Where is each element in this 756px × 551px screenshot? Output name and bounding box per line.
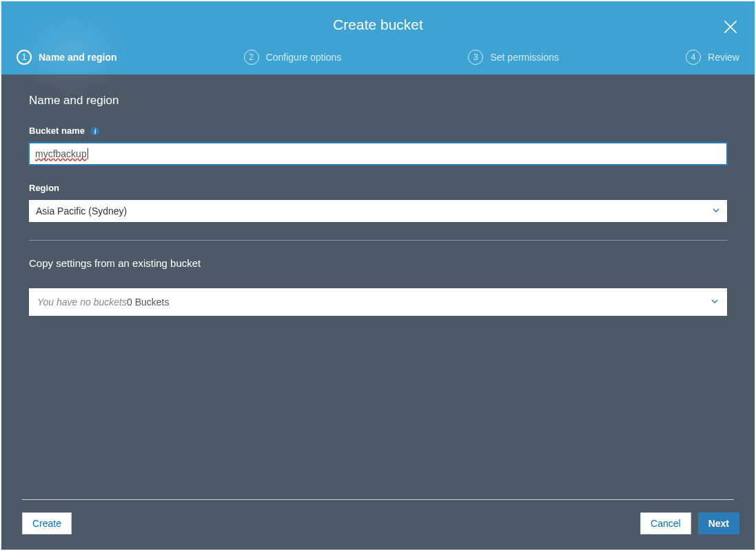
copy-settings-text: You have no buckets0 Buckets	[37, 297, 169, 308]
next-button[interactable]: Next	[698, 512, 739, 534]
region-value: Asia Pacific (Sydney)	[36, 201, 127, 221]
wizard-steps: 1 Name and region 2 Configure options 3 …	[1, 46, 755, 74]
modal-footer: Create Cancel Next	[1, 500, 755, 550]
step-number-icon: 4	[686, 50, 701, 65]
step-label: Configure options	[266, 52, 342, 63]
chevron-down-icon	[711, 297, 719, 308]
copy-settings-placeholder: You have no buckets	[37, 297, 127, 308]
text-cursor	[88, 148, 88, 159]
modal-header: Create bucket 1 Name and region 2	[1, 1, 755, 74]
copy-settings-heading: Copy settings from an existing bucket	[29, 257, 727, 269]
chevron-down-icon	[712, 201, 720, 221]
info-icon[interactable]: i	[90, 126, 100, 136]
region-select[interactable]: Asia Pacific (Sydney)	[29, 200, 727, 222]
create-bucket-modal: Create bucket 1 Name and region 2	[1, 1, 755, 550]
cancel-button[interactable]: Cancel	[640, 512, 691, 534]
copy-settings-count: 0 Buckets	[127, 297, 169, 308]
close-button[interactable]	[722, 18, 739, 36]
copy-settings-select[interactable]: You have no buckets0 Buckets	[29, 288, 727, 316]
modal-title: Create bucket	[1, 1, 755, 46]
step-configure-options[interactable]: 2 Configure options	[244, 50, 342, 65]
bucket-name-input[interactable]: mycfbackup	[29, 143, 727, 165]
svg-text:i: i	[94, 127, 96, 134]
region-label: Region	[29, 183, 59, 193]
step-number-icon: 1	[17, 50, 32, 65]
step-label: Set permissions	[490, 52, 559, 63]
close-icon	[722, 26, 739, 38]
step-review[interactable]: 4 Review	[686, 50, 739, 65]
bucket-name-label: Bucket name	[29, 126, 85, 136]
step-number-icon: 3	[468, 50, 483, 65]
step-name-and-region[interactable]: 1 Name and region	[17, 50, 117, 65]
bucket-name-value: mycfbackup	[35, 148, 87, 159]
create-button[interactable]: Create	[22, 512, 72, 534]
field-region: Region Asia Pacific (Sydney)	[29, 183, 727, 222]
field-bucket-name: Bucket name i mycfbackup	[29, 126, 727, 165]
section-heading: Name and region	[29, 94, 727, 108]
step-set-permissions[interactable]: 3 Set permissions	[468, 50, 559, 65]
modal-content: Name and region Bucket name i mycfbackup…	[1, 74, 755, 499]
step-label: Name and region	[39, 52, 117, 63]
step-number-icon: 2	[244, 50, 259, 65]
step-label: Review	[708, 52, 739, 63]
divider	[29, 240, 727, 241]
